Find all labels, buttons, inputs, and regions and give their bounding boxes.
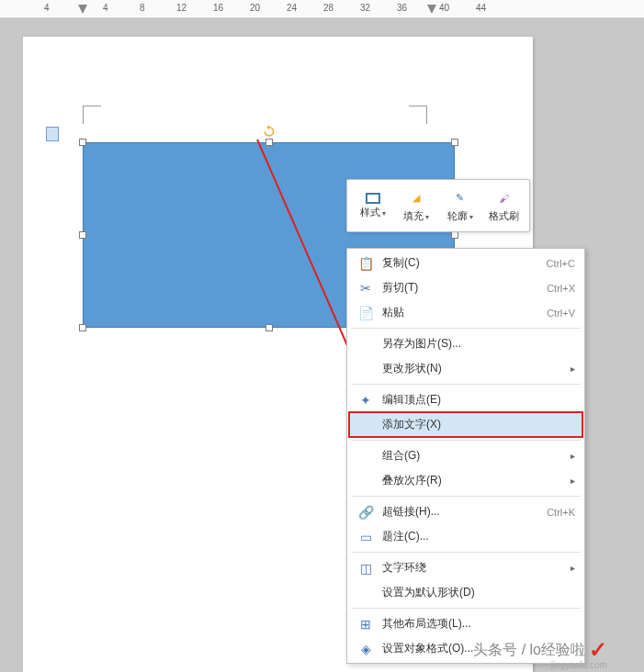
dropdown-arrow-icon: ▾ [382,209,386,218]
ruler-tick: 4 [103,3,108,13]
menu-item-label: 粘贴 [382,305,547,320]
watermark-subtitle: jingyanla.com [551,660,607,670]
format-painter-button[interactable]: 🖌 格式刷 [482,184,526,228]
style-icon [366,193,380,204]
menu-item-label: 设置为默认形状(D) [382,585,575,600]
menu-item-1[interactable]: ✂剪切(T)Ctrl+X [349,275,582,300]
ruler-tick: 4 [44,3,50,13]
menu-item-label: 剪切(T) [382,280,547,296]
document-anchor-icon [46,127,59,141]
copy-icon: 📋 [356,256,375,271]
menu-shortcut: Ctrl+X [547,283,575,294]
menu-shortcut: Ctrl+K [547,507,575,518]
resize-handle-top-middle[interactable] [266,139,273,146]
menu-item-label: 叠放次序(R) [382,473,575,488]
ruler-tick: 36 [397,3,407,13]
outline-label: 轮廓 [447,210,468,221]
menu-item-7[interactable]: ✦编辑顶点(E) [349,387,582,412]
edit-points-icon: ✦ [356,393,375,408]
horizontal-ruler: 4 4 8 12 16 20 24 28 32 36 40 44 [0,0,644,18]
menu-item-2[interactable]: 📄粘贴Ctrl+V [349,300,582,325]
rotate-handle-icon[interactable] [262,123,277,138]
menu-item-8[interactable]: 添加文字(X) [349,412,582,437]
menu-item-label: 添加文字(X) [382,417,575,432]
ruler-tick: 20 [250,3,260,13]
margin-mark-top-right [409,106,427,124]
ruler-tick: 40 [439,3,449,13]
blank-icon [356,586,375,600]
ruler-tick: 28 [323,3,333,13]
menu-separator [351,328,581,329]
ruler-left-marker[interactable] [78,5,87,14]
dropdown-arrow-icon: ▾ [469,213,473,221]
fill-icon: ◢ [407,189,425,207]
menu-item-5[interactable]: 更改形状(N)▸ [349,356,582,381]
submenu-arrow-icon: ▸ [571,451,575,461]
menu-item-4[interactable]: 另存为图片(S)... [349,331,582,356]
menu-item-label: 复制(C) [382,255,547,271]
menu-separator [351,440,581,441]
menu-item-label: 另存为图片(S)... [382,336,575,352]
blank-icon [356,418,375,432]
menu-item-19[interactable]: ⊞其他布局选项(L)... [349,611,582,636]
hyperlink-icon: 🔗 [356,505,375,520]
cut-icon: ✂ [356,281,375,296]
style-button[interactable]: 样式▾ [351,184,395,228]
watermark: 头条号 / lo经验啦 ✓ [473,637,607,663]
outline-icon: ✎ [451,189,469,207]
fill-button[interactable]: ◢ 填充▾ [395,184,439,228]
menu-item-label: 更改形状(N) [382,361,575,376]
fill-label: 填充 [403,210,424,221]
ruler-tick: 12 [176,3,186,13]
submenu-arrow-icon: ▸ [571,364,575,374]
submenu-arrow-icon: ▸ [571,476,575,486]
menu-separator [351,384,581,385]
menu-shortcut: Ctrl+V [547,308,575,319]
layout-icon: ⊞ [356,617,375,632]
context-menu: 📋复制(C)Ctrl+C✂剪切(T)Ctrl+X📄粘贴Ctrl+V另存为图片(S… [346,248,585,664]
caption-icon: ▭ [356,530,375,544]
menu-separator [351,496,581,497]
format-painter-label: 格式刷 [489,210,519,221]
style-label: 样式 [360,207,380,218]
ruler-tick: 44 [476,3,486,13]
ruler-right-marker[interactable] [427,5,436,14]
margin-mark-top-left [83,106,101,124]
menu-item-label: 超链接(H)... [382,504,547,520]
ruler-tick: 24 [287,3,297,13]
menu-separator [351,608,581,609]
resize-handle-bottom-middle[interactable] [266,324,273,331]
menu-item-label: 组合(G) [382,448,575,464]
format-icon: ◈ [356,642,375,656]
menu-item-14[interactable]: ▭题注(C)... [349,524,582,549]
resize-handle-middle-left[interactable] [79,231,86,239]
menu-item-label: 编辑顶点(E) [382,392,575,408]
resize-handle-top-left[interactable] [79,139,86,146]
menu-shortcut: Ctrl+C [547,258,575,269]
resize-handle-top-right[interactable] [451,139,458,146]
outline-button[interactable]: ✎ 轮廓▾ [438,184,482,228]
blank-icon [356,474,375,488]
paste-icon: 📄 [356,306,375,320]
menu-item-11[interactable]: 叠放次序(R)▸ [349,468,582,493]
resize-handle-middle-right[interactable] [451,231,458,239]
menu-item-16[interactable]: ◫文字环绕▸ [349,555,582,580]
dropdown-arrow-icon: ▾ [425,213,429,221]
blank-icon [356,362,375,376]
ruler-tick: 8 [140,3,145,13]
blank-icon [356,337,375,352]
menu-item-label: 题注(C)... [382,529,575,544]
floating-shape-toolbar: 样式▾ ◢ 填充▾ ✎ 轮廓▾ 🖌 格式刷 [346,179,530,232]
menu-item-13[interactable]: 🔗超链接(H)...Ctrl+K [349,499,582,524]
wrap-icon: ◫ [356,561,375,576]
menu-item-0[interactable]: 📋复制(C)Ctrl+C [349,251,582,275]
menu-item-10[interactable]: 组合(G)▸ [349,443,582,468]
menu-item-17[interactable]: 设置为默认形状(D) [349,580,582,605]
watermark-text: 头条号 / lo经验啦 [473,641,585,660]
menu-separator [351,552,581,553]
brush-icon: 🖌 [494,189,513,207]
blank-icon [356,449,375,464]
resize-handle-bottom-left[interactable] [79,324,86,331]
menu-item-label: 文字环绕 [382,560,575,576]
check-icon: ✓ [589,637,607,663]
